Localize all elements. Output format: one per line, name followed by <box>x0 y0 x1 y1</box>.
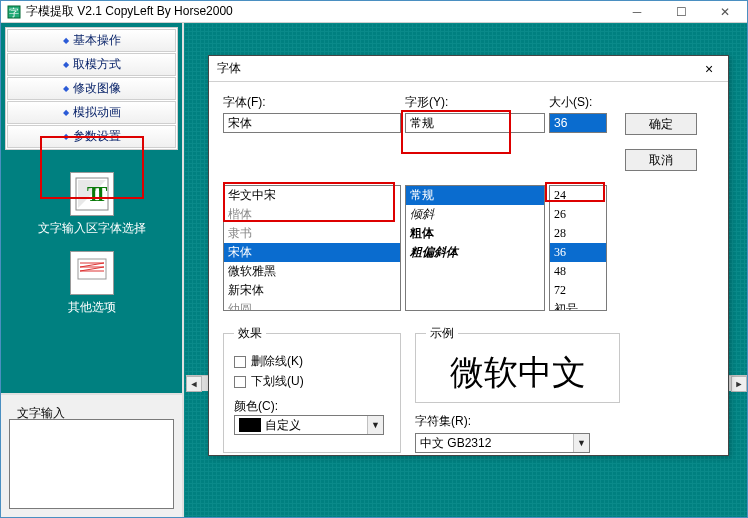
main-window: 字 字模提取 V2.1 CopyLeft By Horse2000 ─ ☐ ✕ … <box>0 0 748 518</box>
list-item-selected[interactable]: 常规 <box>406 186 544 205</box>
sidebar-item-anim[interactable]: ◆模拟动画 <box>7 101 176 124</box>
other-options-tool[interactable]: 其他选项 <box>68 251 116 316</box>
sample-text: 微软中文 <box>426 350 609 397</box>
scroll-right-button[interactable]: ► <box>731 376 747 392</box>
charset-value: 中文 GB2312 <box>420 435 491 452</box>
font-input[interactable] <box>223 113 401 133</box>
size-label: 大小(S): <box>549 94 607 111</box>
color-name: 自定义 <box>265 417 301 434</box>
color-label: 颜色(C): <box>234 398 390 415</box>
dialog-title: 字体 <box>217 60 698 77</box>
window-title: 字模提取 V2.1 CopyLeft By Horse2000 <box>26 3 615 20</box>
chevron-down-icon: ▼ <box>573 434 589 452</box>
charset-combobox[interactable]: 中文 GB2312 ▼ <box>415 433 590 453</box>
other-options-icon <box>70 251 114 295</box>
size-input[interactable] <box>549 113 607 133</box>
list-item[interactable]: 新宋体 <box>224 281 400 300</box>
annotation-box-size <box>545 182 605 202</box>
minimize-button[interactable]: ─ <box>615 1 659 23</box>
effects-group: 效果 删除线(K) 下划线(U) 颜色(C): 自定义 ▼ <box>223 325 401 453</box>
list-item[interactable]: 26 <box>550 205 606 224</box>
underline-checkbox[interactable]: 下划线(U) <box>234 373 390 390</box>
list-item-selected[interactable]: 宋体 <box>224 243 400 262</box>
list-item[interactable]: 28 <box>550 224 606 243</box>
ok-button[interactable]: 确定 <box>625 113 697 135</box>
list-item[interactable]: 倾斜 <box>406 205 544 224</box>
style-listbox[interactable]: 常规 倾斜 粗体 粗偏斜体 <box>405 185 545 311</box>
list-item[interactable]: 48 <box>550 262 606 281</box>
close-button[interactable]: ✕ <box>703 1 747 23</box>
svg-text:字: 字 <box>9 7 19 18</box>
maximize-button[interactable]: ☐ <box>659 1 703 23</box>
font-label: 字体(F): <box>223 94 401 111</box>
scroll-left-button[interactable]: ◄ <box>186 376 202 392</box>
list-item[interactable]: 微软雅黑 <box>224 262 400 281</box>
text-input-panel: 文字输入 <box>1 393 184 517</box>
list-item[interactable]: 初号 <box>550 300 606 311</box>
checkbox-icon <box>234 376 246 388</box>
chevron-down-icon: ▼ <box>367 416 383 434</box>
cancel-button[interactable]: 取消 <box>625 149 697 171</box>
sample-group: 示例 微软中文 <box>415 325 620 403</box>
text-input-field[interactable] <box>9 419 174 509</box>
sample-legend: 示例 <box>426 325 458 342</box>
font-dialog: 字体 × 字体(F): 字形(Y): 大小(S): 确定 取消 <box>208 55 729 456</box>
style-label: 字形(Y): <box>405 94 545 111</box>
list-item[interactable]: 粗偏斜体 <box>406 243 544 262</box>
color-swatch <box>239 418 261 432</box>
dialog-titlebar: 字体 × <box>209 56 728 82</box>
list-item[interactable]: 隶书 <box>224 224 400 243</box>
size-listbox[interactable]: 24 26 28 36 48 72 初号 <box>549 185 607 311</box>
strike-checkbox[interactable]: 删除线(K) <box>234 353 390 370</box>
list-item-selected[interactable]: 36 <box>550 243 606 262</box>
list-item[interactable]: 幼圆 <box>224 300 400 311</box>
color-combobox[interactable]: 自定义 ▼ <box>234 415 384 435</box>
titlebar: 字 字模提取 V2.1 CopyLeft By Horse2000 ─ ☐ ✕ <box>1 1 747 23</box>
app-icon: 字 <box>7 5 21 19</box>
annotation-box-font-tool <box>40 136 144 199</box>
sidebar-item-edit[interactable]: ◆修改图像 <box>7 77 176 100</box>
sidebar-menu: ◆基本操作 ◆取模方式 ◆修改图像 ◆模拟动画 ◆参数设置 <box>5 27 178 150</box>
effects-legend: 效果 <box>234 325 266 342</box>
sidebar-item-basic[interactable]: ◆基本操作 <box>7 29 176 52</box>
annotation-box-style <box>401 110 511 154</box>
charset-label: 字符集(R): <box>415 413 620 430</box>
list-item[interactable]: 72 <box>550 281 606 300</box>
annotation-box-fontlist <box>223 182 395 222</box>
sidebar-item-mode[interactable]: ◆取模方式 <box>7 53 176 76</box>
list-item[interactable]: 粗体 <box>406 224 544 243</box>
checkbox-icon <box>234 356 246 368</box>
dialog-close-button[interactable]: × <box>698 61 720 77</box>
